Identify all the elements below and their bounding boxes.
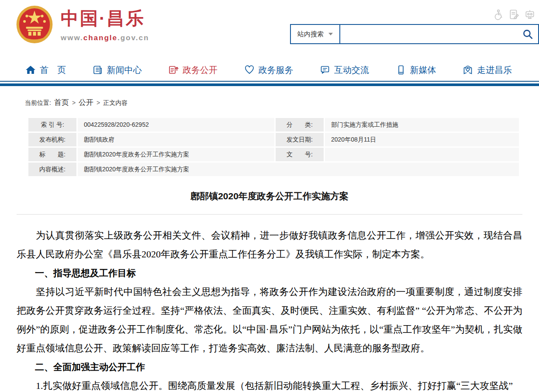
article-heading: 一、指导思想及工作目标	[17, 264, 522, 282]
nav-label: 互动交流	[334, 64, 369, 76]
article-heading: 二、全面加强主动公开工作	[17, 357, 522, 376]
meta-value-issue-date: 2020年08月11日	[325, 133, 519, 146]
nav-label: 首 页	[40, 64, 66, 76]
page-title: 鄌郚镇2020年度政务公开工作实施方案	[0, 190, 539, 202]
site-url: www.changle.gov.cn	[61, 34, 149, 42]
breadcrumb-home-link[interactable]: 首页	[54, 97, 69, 108]
document-arrow-icon	[168, 65, 179, 75]
meta-label-summary: 内容概述:	[28, 163, 76, 176]
meta-value-issuer: 鄌郚镇政府	[78, 133, 274, 146]
url-www: www.	[61, 34, 83, 42]
nav-item-new-media[interactable]: 新媒体	[396, 64, 436, 76]
logo-text: 中国·昌乐 www.changle.gov.cn	[61, 7, 149, 42]
search-icon	[522, 28, 533, 40]
reader-edit-icon[interactable]	[508, 8, 520, 20]
breadcrumb-current: 正文内容	[103, 99, 128, 107]
article-paragraph: 1.扎实做好重点领域信息公开。围绕高质量发展（包括新旧动能转换重大工程、乡村振兴…	[17, 376, 522, 392]
nav-item-gov-services[interactable]: 政务服务	[244, 64, 294, 76]
robot-icon[interactable]	[524, 8, 536, 20]
article-paragraph: 为认真贯彻落实上级政务公开相关文件、会议精神，进一步做好我镇政务信息公开工作，增…	[17, 226, 522, 264]
site-header: 中国·昌乐 www.changle.gov.cn	[0, 0, 539, 59]
nav-divider-thick	[0, 83, 539, 86]
breadcrumb-separator: >	[97, 99, 100, 106]
article-body: 为认真贯彻落实上级政务公开相关文件、会议精神，进一步做好我镇政务信息公开工作，增…	[17, 226, 522, 392]
newspaper-icon	[93, 65, 103, 75]
header-utility-icons	[492, 8, 536, 20]
nav-item-about-changle[interactable]: 走进昌乐	[463, 64, 512, 76]
meta-value-index-no: 004225928/2020-62952	[78, 118, 274, 132]
url-domain: changle	[83, 34, 117, 42]
mobile-phone-icon	[396, 65, 406, 75]
meta-value-title: 鄌郚镇2020年度政务公开工作实施方案	[78, 148, 274, 161]
breadcrumb: 当前位置: 首页 > 公开 > 正文内容	[25, 97, 539, 108]
nav-item-interaction[interactable]: 互动交流	[320, 64, 369, 76]
breadcrumb-separator: >	[72, 99, 76, 106]
nav-label: 政务公开	[183, 64, 218, 76]
main-nav: 首 页 新闻中心 政务公开	[0, 59, 539, 81]
nav-label: 新媒体	[410, 64, 436, 76]
map-pin-icon	[463, 65, 473, 75]
home-icon	[25, 65, 36, 75]
search-input[interactable]	[340, 25, 517, 43]
document-meta-table: 索 引 号: 004225928/2020-62952 分 类: 部门实施方案或…	[28, 118, 518, 176]
meta-label-issuer: 发布机构:	[28, 133, 76, 146]
chevron-down-icon	[328, 33, 333, 35]
national-emblem-icon	[15, 4, 54, 45]
nav-label: 政务服务	[259, 64, 294, 76]
nav-item-home[interactable]: 首 页	[25, 64, 66, 76]
nav-label: 新闻中心	[107, 64, 142, 76]
meta-value-summary: 鄌郚镇2020年度政务公开工作实施方案	[78, 163, 519, 176]
article-paragraph: 坚持以习近平新时代中国特色社会主义思想为指导，将政务公开作为建设法治政府的一项重…	[17, 282, 522, 357]
title-divider	[17, 214, 522, 215]
breadcrumb-prefix: 当前位置:	[25, 99, 51, 107]
meta-label-title: 标 题:	[28, 148, 76, 161]
url-suffix: .gov.cn	[117, 34, 149, 42]
meta-value-category: 部门实施方案或工作措施	[325, 118, 519, 132]
meta-label-issue-date: 发文日期:	[276, 133, 324, 146]
page: 中国·昌乐 www.changle.gov.cn	[0, 0, 539, 392]
search-button[interactable]	[517, 25, 538, 43]
meta-label-category: 分 类:	[276, 118, 324, 132]
heart-icon	[244, 65, 255, 75]
meta-value-doc-no	[325, 148, 519, 161]
site-search: 站内搜索	[290, 24, 539, 44]
breadcrumb-section-link[interactable]: 公开	[79, 97, 93, 108]
search-scope-dropdown[interactable]: 站内搜索	[291, 25, 340, 43]
accessibility-icon[interactable]	[492, 8, 504, 20]
meta-label-index-no: 索 引 号:	[28, 118, 76, 132]
nav-item-news[interactable]: 新闻中心	[93, 64, 142, 76]
site-logo[interactable]: 中国·昌乐 www.changle.gov.cn	[15, 4, 149, 45]
search-scope-label: 站内搜索	[297, 30, 324, 38]
nav-label: 走进昌乐	[477, 64, 512, 76]
nav-item-gov-disclosure[interactable]: 政务公开	[168, 64, 218, 76]
site-name: 中国·昌乐	[61, 7, 149, 31]
chat-bubble-icon	[320, 65, 330, 75]
meta-label-doc-no: 文 号:	[276, 148, 324, 161]
